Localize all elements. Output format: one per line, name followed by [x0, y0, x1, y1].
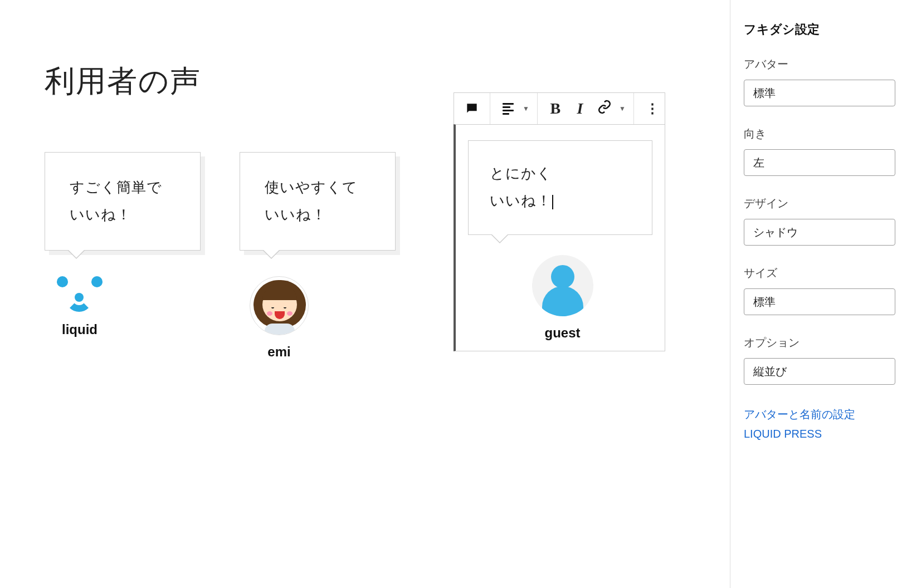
speech-bubble: 使いやすくて いいね！ — [240, 152, 396, 251]
avatar-settings-link[interactable]: アバターと名前の設定 — [744, 407, 884, 422]
chevron-down-icon[interactable]: ▼ — [520, 105, 532, 112]
size-select[interactable]: 標準 — [744, 288, 895, 315]
bold-button[interactable]: B — [543, 93, 568, 124]
more-options-button[interactable]: ⋮ — [640, 93, 664, 124]
speech-line: いいね！ — [70, 201, 176, 228]
speech-bubble-editable[interactable]: とにかく いいね！ — [468, 140, 652, 235]
block-toolbar: ▼ B I ▼ ⋮ — [454, 92, 665, 125]
field-direction: 向き 左 — [730, 123, 897, 193]
avatar-name: emi — [267, 344, 290, 360]
direction-select[interactable]: 左 — [744, 149, 895, 176]
block-type-icon[interactable] — [460, 93, 484, 124]
italic-button[interactable]: I — [568, 93, 592, 124]
field-option: オプション 縦並び — [730, 332, 897, 401]
link-icon — [597, 100, 612, 117]
align-left-icon — [503, 101, 514, 116]
text-caret — [552, 195, 553, 209]
speech-block-selected[interactable]: ▼ B I ▼ ⋮ とにかく いいね！ guest — [454, 92, 665, 351]
avatar-select[interactable]: 標準 — [744, 80, 895, 106]
field-label: サイズ — [744, 266, 897, 281]
field-size: サイズ 標準 — [730, 262, 897, 332]
link-button[interactable] — [592, 93, 617, 124]
avatar-liquid-icon — [55, 276, 105, 313]
field-label: デザイン — [744, 196, 897, 211]
field-label: 向き — [744, 126, 897, 141]
design-select[interactable]: シャドウ — [744, 219, 895, 246]
speech-block-liquid[interactable]: すごく簡単で いいね！ liquid — [45, 152, 201, 360]
avatar-guest-icon — [532, 255, 593, 316]
speech-block-emi[interactable]: 使いやすくて いいね！ emi — [240, 152, 396, 360]
liquid-press-link[interactable]: LIQUID PRESS — [744, 428, 884, 440]
speech-bubble: すごく簡単で いいね！ — [45, 152, 201, 251]
avatar-name: guest — [544, 325, 580, 341]
avatar-emi-icon — [250, 276, 309, 335]
speech-line: 使いやすくて — [265, 174, 370, 201]
settings-sidebar: フキダシ設定 アバター 標準 向き 左 デザイン シャドウ サイズ 標準 オプシ… — [730, 0, 897, 588]
speech-line: とにかく — [490, 160, 631, 187]
speech-line: いいね！ — [490, 187, 631, 214]
panel-title: フキダシ設定 — [730, 14, 897, 53]
chevron-down-icon[interactable]: ▼ — [617, 105, 628, 112]
field-label: オプション — [744, 335, 897, 350]
speech-line: すごく簡単で — [70, 174, 176, 201]
option-select[interactable]: 縦並び — [744, 358, 895, 385]
avatar-name: liquid — [62, 322, 98, 337]
speech-line: いいね！ — [265, 201, 370, 228]
field-label: アバター — [744, 57, 897, 72]
align-button[interactable] — [496, 93, 520, 124]
field-design: デザイン シャドウ — [730, 193, 897, 262]
field-avatar: アバター 標準 — [730, 53, 897, 123]
